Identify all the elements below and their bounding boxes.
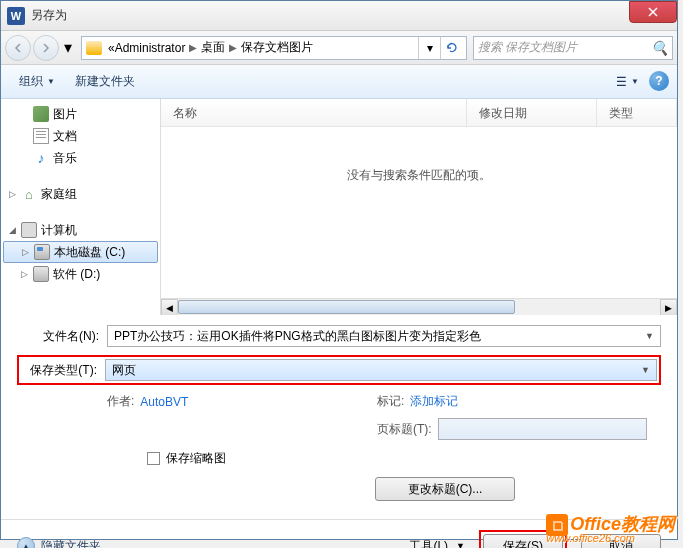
homegroup-icon: ⌂	[21, 186, 37, 202]
cancel-button[interactable]: 取消	[581, 534, 661, 548]
filename-label: 文件名(N):	[17, 328, 107, 345]
breadcrumb-item[interactable]: 桌面	[201, 39, 225, 56]
sidebar-item-drive-d[interactable]: ▷软件 (D:)	[1, 263, 160, 285]
forward-button[interactable]	[33, 35, 59, 61]
tags-value[interactable]: 添加标记	[410, 393, 458, 410]
chevron-up-icon: ▲	[17, 537, 35, 548]
close-button[interactable]	[629, 1, 677, 23]
document-icon	[33, 128, 49, 144]
breadcrumb-item[interactable]: Administrator	[115, 41, 186, 55]
music-icon: ♪	[33, 150, 49, 166]
new-folder-button[interactable]: 新建文件夹	[65, 69, 145, 94]
chevron-right-icon: ▶	[229, 42, 237, 53]
refresh-button[interactable]	[440, 37, 462, 59]
breadcrumb-item[interactable]: 保存文档图片	[241, 39, 313, 56]
search-input[interactable]: 搜索 保存文档图片 🔍	[473, 36, 673, 60]
pictures-icon	[33, 106, 49, 122]
save-thumbnail-checkbox[interactable]	[147, 452, 160, 465]
scroll-right-button[interactable]: ▶	[660, 299, 677, 315]
page-title-label: 页标题(T):	[377, 421, 432, 438]
address-dropdown[interactable]: ▾	[418, 37, 440, 59]
save-button[interactable]: 保存(S)	[483, 534, 563, 548]
change-title-button[interactable]: 更改标题(C)...	[375, 477, 515, 501]
history-dropdown[interactable]: ▾	[61, 35, 75, 61]
column-name[interactable]: 名称	[161, 99, 467, 126]
filename-input[interactable]: PPT办公技巧：运用OK插件将PNG格式的黑白图标图片变为指定彩色▼	[107, 325, 661, 347]
tags-label: 标记:	[377, 393, 404, 410]
sidebar-item-drive-c[interactable]: ▷本地磁盘 (C:)	[3, 241, 158, 263]
toolbar: 组织▼ 新建文件夹 ☰▼ ?	[1, 65, 677, 99]
chevron-down-icon[interactable]: ▼	[645, 331, 654, 341]
sidebar-item-music[interactable]: ♪音乐	[1, 147, 160, 169]
sidebar-item-pictures[interactable]: 图片	[1, 103, 160, 125]
close-icon	[648, 7, 658, 17]
author-label: 作者:	[107, 393, 134, 410]
help-button[interactable]: ?	[649, 71, 669, 91]
arrow-right-icon	[41, 43, 51, 53]
save-thumbnail-label: 保存缩略图	[166, 450, 226, 467]
search-placeholder: 搜索 保存文档图片	[478, 39, 577, 56]
filetype-input[interactable]: 网页▼	[105, 359, 657, 381]
organize-button[interactable]: 组织▼	[9, 69, 65, 94]
column-date[interactable]: 修改日期	[467, 99, 597, 126]
page-title-input[interactable]	[438, 418, 647, 440]
hide-folders-button[interactable]: ▲ 隐藏文件夹	[17, 537, 101, 548]
sidebar-item-computer[interactable]: ◢计算机	[1, 219, 160, 241]
column-headers: 名称 修改日期 类型	[161, 99, 677, 127]
column-type[interactable]: 类型	[597, 99, 677, 126]
scroll-left-button[interactable]: ◀	[161, 299, 178, 315]
back-button[interactable]	[5, 35, 31, 61]
file-list: 名称 修改日期 类型 没有与搜索条件匹配的项。 ◀ ▶	[161, 99, 677, 315]
arrow-left-icon	[13, 43, 23, 53]
folder-icon	[86, 41, 102, 55]
nav-bar: ▾ « Administrator▶ 桌面▶ 保存文档图片 ▾ 搜索 保存文档图…	[1, 31, 677, 65]
search-icon: 🔍	[651, 40, 668, 56]
drive-icon	[34, 244, 50, 260]
breadcrumb-prefix: «	[108, 41, 115, 55]
drive-icon	[33, 266, 49, 282]
author-value[interactable]: AutoBVT	[140, 395, 188, 409]
sidebar-item-homegroup[interactable]: ▷⌂家庭组	[1, 183, 160, 205]
horizontal-scrollbar[interactable]: ◀ ▶	[161, 298, 677, 315]
chevron-down-icon[interactable]: ▼	[641, 365, 650, 375]
view-options-button[interactable]: ☰▼	[610, 71, 645, 93]
empty-message: 没有与搜索条件匹配的项。	[161, 167, 677, 184]
chevron-right-icon: ▶	[189, 42, 197, 53]
sidebar-item-documents[interactable]: 文档	[1, 125, 160, 147]
tools-button[interactable]: 工具(L)▼	[409, 538, 465, 549]
address-bar[interactable]: « Administrator▶ 桌面▶ 保存文档图片 ▾	[81, 36, 467, 60]
window-title: 另存为	[31, 7, 67, 24]
title-bar: W 另存为	[1, 1, 677, 31]
filetype-label: 保存类型(T):	[21, 362, 105, 379]
word-icon: W	[7, 7, 25, 25]
computer-icon	[21, 222, 37, 238]
refresh-icon	[446, 42, 458, 54]
sidebar: 图片 文档 ♪音乐 ▷⌂家庭组 ◢计算机 ▷本地磁盘 (C:) ▷软件 (D:)	[1, 99, 161, 315]
scroll-thumb[interactable]	[178, 300, 515, 314]
